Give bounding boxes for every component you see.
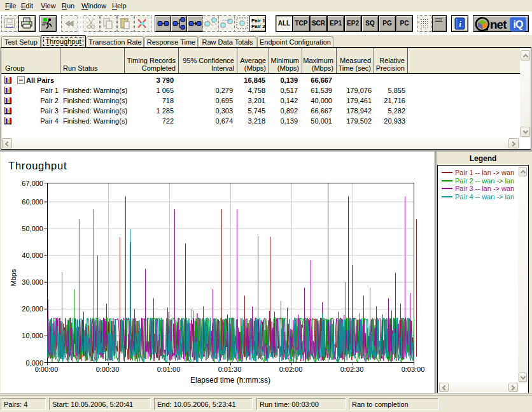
svg-text:i: i (459, 19, 461, 29)
svg-text:Mbps: Mbps (10, 269, 17, 286)
svg-text:net: net (490, 18, 507, 31)
svg-text:iQ: iQ (514, 19, 523, 30)
